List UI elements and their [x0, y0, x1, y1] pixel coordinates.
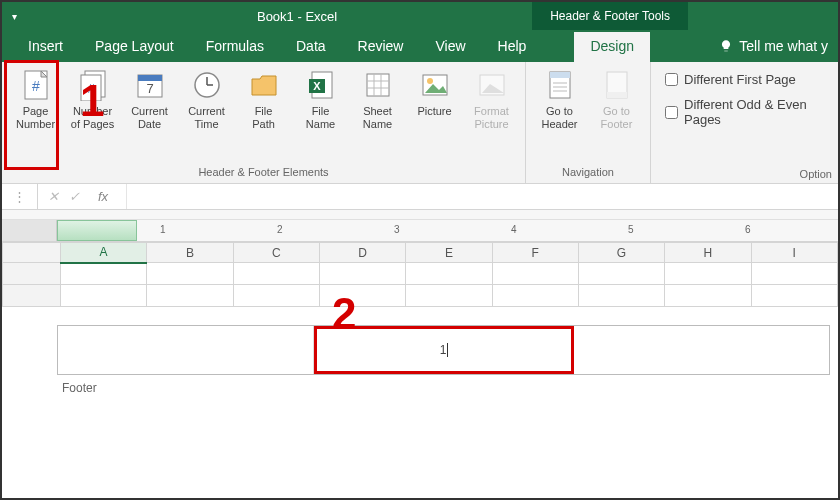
column-header[interactable]: I: [751, 243, 837, 263]
current-time-button[interactable]: Current Time: [179, 66, 234, 133]
group-label-navigation: Navigation: [532, 166, 644, 181]
format-picture-label: Format Picture: [474, 105, 509, 131]
checkbox-odd-even[interactable]: [665, 106, 678, 119]
worksheet-grid[interactable]: A B C D E F G H I: [2, 242, 838, 307]
enter-icon: ✓: [69, 189, 80, 204]
window-title: Book1 - Excel: [62, 9, 532, 24]
column-header[interactable]: C: [233, 243, 319, 263]
tell-me-label: Tell me what y: [739, 38, 828, 54]
column-header[interactable]: B: [147, 243, 233, 263]
footer-zone: 2 1 Footer: [2, 325, 838, 395]
column-header[interactable]: G: [578, 243, 664, 263]
svg-rect-23: [550, 72, 570, 78]
svg-point-20: [427, 78, 433, 84]
worksheet-area: A B C D E F G H I 2 1 Footer: [2, 242, 838, 395]
calendar-icon: 7: [133, 68, 167, 102]
ribbon: # Page Number # Number of Pages 7 Curren…: [2, 62, 838, 184]
title-bar: ▾ Book1 - Excel Header & Footer Tools: [2, 2, 838, 30]
footer-left-section[interactable]: [58, 326, 314, 374]
footer-sections: 1: [57, 325, 830, 375]
ribbon-tabs: Insert Page Layout Formulas Data Review …: [2, 30, 838, 62]
file-path-button[interactable]: File Path: [236, 66, 291, 133]
go-to-header-label: Go to Header: [541, 105, 577, 131]
lightbulb-icon: [719, 39, 733, 53]
select-all-corner[interactable]: [3, 243, 61, 263]
svg-text:#: #: [32, 78, 40, 94]
page-number-label: Page Number: [16, 105, 55, 131]
group-label-options: Option: [800, 168, 832, 180]
tab-insert[interactable]: Insert: [12, 32, 79, 62]
page-number-button[interactable]: # Page Number: [8, 66, 63, 133]
svg-text:7: 7: [146, 81, 153, 96]
column-header[interactable]: A: [60, 243, 146, 263]
picture-icon: [418, 68, 452, 102]
column-header[interactable]: H: [665, 243, 751, 263]
file-name-button[interactable]: X File Name: [293, 66, 348, 133]
format-picture-button: Format Picture: [464, 66, 519, 133]
go-to-header-icon: [543, 68, 577, 102]
format-picture-icon: [475, 68, 509, 102]
tab-view[interactable]: View: [419, 32, 481, 62]
text-cursor: [447, 343, 448, 357]
column-header[interactable]: F: [492, 243, 578, 263]
different-first-page-checkbox[interactable]: Different First Page: [665, 72, 828, 87]
svg-text:X: X: [313, 80, 321, 92]
tab-formulas[interactable]: Formulas: [190, 32, 280, 62]
ruler-tick: 4: [511, 224, 517, 235]
ruler-tick: 2: [277, 224, 283, 235]
footer-center-section[interactable]: 1: [314, 326, 575, 374]
current-date-label: Current Date: [131, 105, 168, 131]
go-to-footer-icon: [600, 68, 634, 102]
go-to-footer-button: Go to Footer: [589, 66, 644, 133]
formula-input[interactable]: [127, 184, 838, 209]
fx-icon[interactable]: fx: [90, 189, 116, 204]
sheet-icon: [361, 68, 395, 102]
quick-access-toolbar: ▾: [2, 11, 62, 22]
horizontal-ruler: 1 2 3 4 5 6: [2, 220, 838, 242]
contextual-tab-label: Header & Footer Tools: [532, 2, 688, 30]
checkbox-first-page[interactable]: [665, 73, 678, 86]
cancel-icon: ✕: [48, 189, 59, 204]
tell-me[interactable]: Tell me what y: [713, 32, 838, 62]
ruler-tick: 3: [394, 224, 400, 235]
ruler-tick: 1: [160, 224, 166, 235]
current-time-label: Current Time: [188, 105, 225, 131]
formula-bar: ⋮ ✕ ✓ fx: [2, 184, 838, 210]
sheet-name-button[interactable]: Sheet Name: [350, 66, 405, 133]
go-to-footer-label: Go to Footer: [601, 105, 633, 131]
ruler-tick: 5: [628, 224, 634, 235]
different-odd-even-checkbox[interactable]: Different Odd & Even Pages: [665, 97, 828, 127]
group-options: Different First Page Different Odd & Eve…: [651, 62, 838, 183]
column-header[interactable]: D: [319, 243, 405, 263]
group-label-elements: Header & Footer Elements: [8, 166, 519, 181]
svg-rect-28: [607, 92, 627, 98]
tab-help[interactable]: Help: [482, 32, 543, 62]
sheet-name-label: Sheet Name: [363, 105, 392, 131]
tab-data[interactable]: Data: [280, 32, 342, 62]
name-box[interactable]: ⋮: [2, 184, 38, 209]
footer-center-text: 1: [440, 343, 447, 357]
svg-rect-14: [367, 74, 389, 96]
column-header[interactable]: E: [406, 243, 492, 263]
different-first-page-label: Different First Page: [684, 72, 796, 87]
current-date-button[interactable]: 7 Current Date: [122, 66, 177, 133]
clock-icon: [190, 68, 224, 102]
excel-file-icon: X: [304, 68, 338, 102]
number-of-pages-icon: #: [76, 68, 110, 102]
ruler-tick: 6: [745, 224, 751, 235]
number-of-pages-button[interactable]: # Number of Pages: [65, 66, 120, 133]
tab-page-layout[interactable]: Page Layout: [79, 32, 190, 62]
file-name-label: File Name: [306, 105, 335, 131]
qat-dropdown-icon[interactable]: ▾: [12, 11, 17, 22]
go-to-header-button[interactable]: Go to Header: [532, 66, 587, 133]
folder-icon: [247, 68, 281, 102]
tab-design[interactable]: Design: [574, 32, 650, 62]
svg-text:#: #: [87, 81, 95, 96]
formula-bar-buttons: ✕ ✓ fx: [38, 184, 127, 209]
page-number-icon: #: [19, 68, 53, 102]
picture-button[interactable]: Picture: [407, 66, 462, 133]
tab-review[interactable]: Review: [342, 32, 420, 62]
footer-right-section[interactable]: [574, 326, 829, 374]
footer-label: Footer: [62, 381, 838, 395]
different-odd-even-label: Different Odd & Even Pages: [684, 97, 828, 127]
